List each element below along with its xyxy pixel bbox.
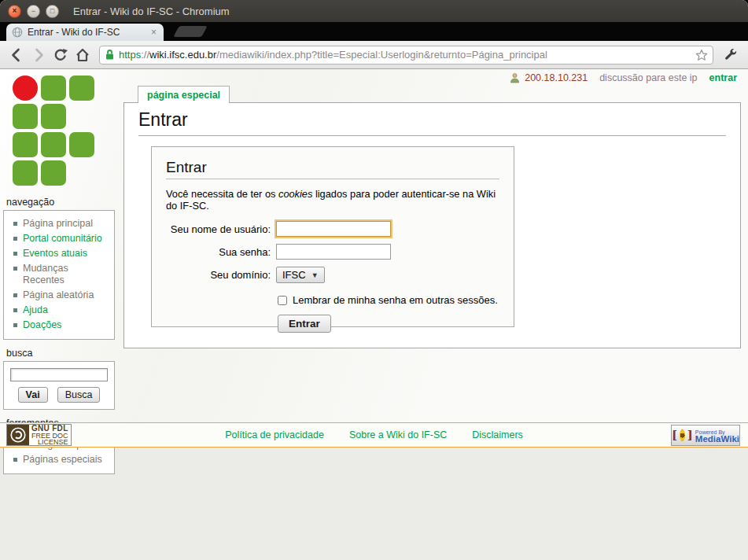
footer-links: Política de privacidade Sobre a Wiki do … — [225, 429, 523, 440]
gnu-fdl-badge[interactable]: GNU FDL FREE DOC LICENSE — [6, 424, 72, 446]
domain-select-value: IFSC — [282, 269, 306, 281]
navigation-portlet: Página principal Portal comunitário Even… — [3, 210, 115, 340]
address-bar[interactable]: https :// wiki.ifsc.edu.br /mediawiki/in… — [99, 46, 713, 64]
bullet-icon — [13, 222, 17, 226]
login-link[interactable]: entrar — [709, 72, 737, 83]
search-portlet-title: busca — [6, 348, 120, 359]
url-scheme: https — [119, 49, 141, 61]
bullet-icon — [13, 267, 17, 271]
list-item: Página principal — [13, 218, 108, 230]
tab-close-icon[interactable]: × — [149, 27, 158, 38]
domain-select[interactable]: IFSC ▼ — [276, 267, 325, 283]
search-go-button[interactable]: Vai — [18, 387, 48, 403]
wiki-page: 200.18.10.231 discussão para este ip ent… — [0, 69, 748, 422]
personal-bar: 200.18.10.231 discussão para este ip ent… — [510, 72, 737, 83]
login-form: Entrar Você necessita de ter os cookies … — [151, 146, 514, 327]
password-input[interactable] — [276, 244, 391, 260]
remember-label: Lembrar de minha senha em outras sessões… — [293, 294, 498, 306]
ssl-lock-icon[interactable] — [105, 49, 115, 61]
cookie-notice: Você necessita de ter os cookies ligados… — [166, 188, 499, 212]
about-wiki-link[interactable]: Sobre a Wiki do IF-SC — [349, 429, 447, 440]
list-item: Mudanças Recentes — [13, 263, 108, 286]
url-path: /mediawiki/index.php?title=Especial:User… — [216, 49, 695, 61]
page-title: Entrar — [138, 109, 726, 136]
sidebar-item-portal-comunitario[interactable]: Portal comunitário — [23, 233, 102, 245]
gnu-fdl-text: GNU FDL FREE DOC LICENSE — [29, 425, 71, 445]
url-host: wiki.ifsc.edu.br — [149, 49, 216, 61]
powered-by-mediawiki-badge[interactable]: [ ] Powered By MediaWiki — [671, 425, 740, 446]
tab-strip: Entrar - Wiki do IF-SC × — [0, 22, 748, 41]
sidebar-item-ajuda[interactable]: Ajuda — [23, 304, 48, 316]
login-submit-button[interactable]: Entrar — [278, 315, 331, 333]
username-input[interactable] — [276, 221, 391, 237]
window-title: Entrar - Wiki do IF-SC - Chromium — [73, 6, 230, 17]
bullet-icon — [13, 252, 17, 256]
user-icon — [510, 72, 520, 83]
copyleft-icon — [7, 425, 29, 445]
ifsc-logo[interactable] — [13, 76, 120, 186]
list-item: Doações — [13, 319, 108, 331]
chevron-down-icon: ▼ — [311, 271, 319, 279]
search-input[interactable] — [10, 368, 108, 381]
disclaimers-link[interactable]: Disclaimers — [472, 429, 523, 440]
mediawiki-sunflower-icon — [680, 429, 685, 441]
privacy-policy-link[interactable]: Política de privacidade — [225, 429, 324, 440]
content-box: Entrar Entrar Você necessita de ter os c… — [123, 102, 741, 348]
window-controls: × − □ — [8, 5, 59, 18]
sidebar: navegação Página principal Portal comuni… — [3, 74, 120, 474]
maximize-window-button[interactable]: □ — [46, 5, 59, 18]
content-area: página especial Entrar Entrar Você neces… — [123, 69, 741, 348]
titlebar: × − □ Entrar - Wiki do IF-SC - Chromium — [0, 0, 748, 22]
remember-checkbox[interactable] — [278, 296, 287, 305]
globe-favicon-icon — [12, 27, 23, 38]
list-item: Eventos atuais — [13, 248, 108, 260]
tab-title: Entrar - Wiki do IF-SC — [28, 27, 149, 38]
navigation-toolbar: https :// wiki.ifsc.edu.br /mediawiki/in… — [0, 41, 748, 69]
sidebar-item-mudancas-recentes[interactable]: Mudanças Recentes — [23, 263, 108, 286]
sidebar-item-doacoes[interactable]: Doações — [23, 319, 61, 331]
minimize-window-button[interactable]: − — [27, 5, 40, 18]
list-item: Portal comunitário — [13, 233, 108, 245]
page-viewport: 200.18.10.231 discussão para este ip ent… — [0, 69, 748, 560]
ip-address-link[interactable]: 200.18.10.231 — [525, 72, 588, 83]
logo-red-circle — [13, 76, 38, 101]
bullet-icon — [13, 458, 17, 462]
reload-button[interactable] — [50, 45, 71, 65]
close-window-button[interactable]: × — [8, 5, 21, 18]
sidebar-item-pagina-aleatoria[interactable]: Página aleatória — [23, 289, 94, 301]
bullet-icon — [13, 323, 17, 327]
list-item: Ajuda — [13, 304, 108, 316]
sidebar-item-eventos-atuais[interactable]: Eventos atuais — [23, 248, 87, 260]
ip-talk-link[interactable]: discussão para este ip — [599, 72, 697, 83]
wrench-menu-icon[interactable] — [720, 45, 740, 65]
home-button[interactable] — [72, 45, 93, 65]
bookmark-star-icon[interactable] — [695, 49, 708, 61]
navigation-portlet-title: navegação — [6, 197, 120, 208]
sidebar-item-paginas-especiais[interactable]: Páginas especiais — [23, 454, 102, 466]
browser-tab[interactable]: Entrar - Wiki do IF-SC × — [6, 24, 164, 41]
back-button[interactable] — [6, 45, 27, 65]
new-tab-button[interactable] — [173, 26, 207, 37]
list-item: Página aleatória — [13, 289, 108, 301]
bullet-icon — [13, 237, 17, 241]
page-footer: GNU FDL FREE DOC LICENSE Política de pri… — [0, 422, 748, 448]
remember-row: Lembrar de minha senha em outras sessões… — [278, 294, 514, 306]
search-fulltext-button[interactable]: Busca — [57, 387, 101, 403]
list-item: Páginas especiais — [13, 454, 108, 466]
tab-special-page[interactable]: página especial — [138, 86, 230, 103]
bullet-icon — [13, 293, 17, 297]
login-form-heading: Entrar — [166, 159, 499, 179]
username-label: Seu nome de usuário: — [152, 223, 276, 235]
password-label: Sua senha: — [152, 246, 276, 258]
browser-window: × − □ Entrar - Wiki do IF-SC - Chromium … — [0, 0, 748, 560]
bullet-icon — [13, 308, 17, 312]
domain-label: Seu domínio: — [152, 269, 276, 281]
forward-button[interactable] — [28, 45, 49, 65]
url-separator: :// — [141, 49, 149, 61]
search-portlet: Vai Busca — [3, 361, 115, 410]
sidebar-item-pagina-principal[interactable]: Página principal — [23, 218, 93, 230]
